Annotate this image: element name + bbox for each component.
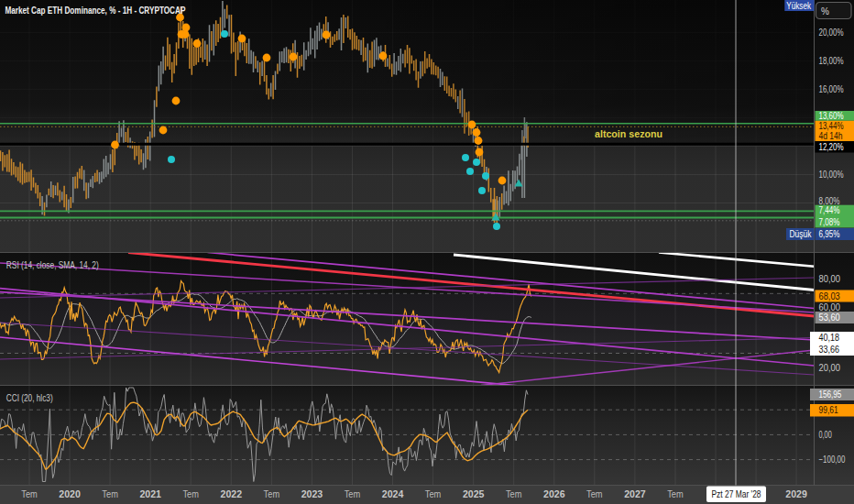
- svg-text:RSI (14, close, SMA, 14, 2): RSI (14, close, SMA, 14, 2): [6, 260, 99, 270]
- svg-text:0,00: 0,00: [819, 430, 833, 440]
- svg-text:13,44%: 13,44%: [819, 121, 844, 131]
- svg-text:−100,00: −100,00: [819, 455, 846, 465]
- svg-text:2027: 2027: [624, 488, 646, 499]
- svg-text:Yüksek: Yüksek: [786, 1, 812, 11]
- svg-text:18,00%: 18,00%: [819, 56, 844, 66]
- svg-text:80,00: 80,00: [819, 274, 841, 284]
- svg-text:40,18: 40,18: [819, 333, 840, 343]
- svg-text:Market Cap ETH Dominance, % -: Market Cap ETH Dominance, % - 1H - CRYPT…: [5, 5, 185, 16]
- svg-text:10,00%: 10,00%: [819, 170, 844, 180]
- svg-text:Tem: Tem: [21, 488, 38, 499]
- svg-text:2022: 2022: [221, 488, 243, 499]
- svg-text:Tem: Tem: [102, 488, 118, 499]
- svg-text:Pzt 27 Mar '28: Pzt 27 Mar '28: [712, 489, 761, 499]
- svg-text:20,00%: 20,00%: [819, 27, 844, 38]
- svg-text:Tem: Tem: [586, 488, 603, 499]
- svg-text:6,95%: 6,95%: [819, 229, 840, 239]
- svg-text:156,95: 156,95: [819, 389, 842, 400]
- svg-text:CCI (20, hlc3): CCI (20, hlc3): [6, 393, 53, 403]
- svg-text:60,00: 60,00: [819, 302, 841, 312]
- svg-text:Düşük: Düşük: [790, 229, 813, 239]
- svg-text:33,66: 33,66: [819, 345, 840, 355]
- svg-text:12,20%: 12,20%: [819, 142, 844, 152]
- svg-text:Tem: Tem: [264, 488, 280, 499]
- svg-text:99,61: 99,61: [819, 405, 839, 415]
- svg-text:Tem: Tem: [667, 488, 684, 499]
- svg-text:%: %: [821, 6, 829, 16]
- svg-text:2025: 2025: [463, 488, 485, 499]
- svg-text:20,00: 20,00: [819, 363, 841, 373]
- svg-text:Tem: Tem: [345, 488, 361, 499]
- svg-text:Tem: Tem: [506, 488, 522, 499]
- svg-text:4d 14h: 4d 14h: [819, 131, 843, 141]
- svg-text:2029: 2029: [785, 488, 807, 499]
- svg-text:7,08%: 7,08%: [819, 217, 840, 227]
- svg-text:2020: 2020: [59, 488, 81, 499]
- svg-text:2023: 2023: [301, 488, 323, 499]
- svg-text:2024: 2024: [382, 488, 404, 499]
- svg-text:2026: 2026: [543, 488, 565, 499]
- svg-text:68,03: 68,03: [819, 291, 841, 301]
- svg-text:13,60%: 13,60%: [819, 111, 844, 121]
- svg-text:Tem: Tem: [182, 488, 199, 499]
- svg-text:53,60: 53,60: [819, 312, 841, 323]
- svg-text:16,00%: 16,00%: [819, 84, 844, 94]
- svg-text:2021: 2021: [139, 488, 161, 499]
- svg-text:altcoin sezonu: altcoin sezonu: [595, 128, 662, 139]
- svg-text:Tem: Tem: [425, 488, 442, 499]
- svg-text:7,44%: 7,44%: [819, 205, 840, 215]
